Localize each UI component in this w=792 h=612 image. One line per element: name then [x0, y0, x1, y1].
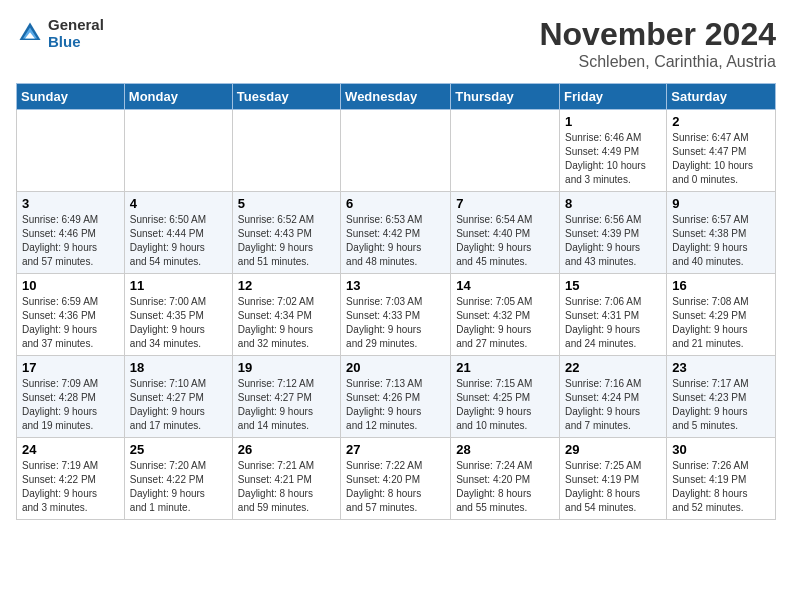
day-info: Sunrise: 7:06 AM Sunset: 4:31 PM Dayligh… [565, 295, 661, 351]
calendar-cell: 14Sunrise: 7:05 AM Sunset: 4:32 PM Dayli… [451, 274, 560, 356]
day-info: Sunrise: 6:53 AM Sunset: 4:42 PM Dayligh… [346, 213, 445, 269]
day-number: 5 [238, 196, 335, 211]
day-number: 11 [130, 278, 227, 293]
day-info: Sunrise: 6:50 AM Sunset: 4:44 PM Dayligh… [130, 213, 227, 269]
calendar-cell: 9Sunrise: 6:57 AM Sunset: 4:38 PM Daylig… [667, 192, 776, 274]
day-info: Sunrise: 7:16 AM Sunset: 4:24 PM Dayligh… [565, 377, 661, 433]
calendar-cell: 24Sunrise: 7:19 AM Sunset: 4:22 PM Dayli… [17, 438, 125, 520]
calendar-cell: 20Sunrise: 7:13 AM Sunset: 4:26 PM Dayli… [341, 356, 451, 438]
day-number: 18 [130, 360, 227, 375]
logo-text: General Blue [48, 16, 104, 50]
calendar-cell: 28Sunrise: 7:24 AM Sunset: 4:20 PM Dayli… [451, 438, 560, 520]
weekday-header: Thursday [451, 84, 560, 110]
calendar-cell [17, 110, 125, 192]
weekday-header-row: SundayMondayTuesdayWednesdayThursdayFrid… [17, 84, 776, 110]
calendar-cell [124, 110, 232, 192]
day-info: Sunrise: 7:05 AM Sunset: 4:32 PM Dayligh… [456, 295, 554, 351]
weekday-header: Wednesday [341, 84, 451, 110]
calendar-week-row: 24Sunrise: 7:19 AM Sunset: 4:22 PM Dayli… [17, 438, 776, 520]
calendar-cell: 21Sunrise: 7:15 AM Sunset: 4:25 PM Dayli… [451, 356, 560, 438]
calendar-cell: 4Sunrise: 6:50 AM Sunset: 4:44 PM Daylig… [124, 192, 232, 274]
day-number: 27 [346, 442, 445, 457]
calendar-cell: 16Sunrise: 7:08 AM Sunset: 4:29 PM Dayli… [667, 274, 776, 356]
day-number: 8 [565, 196, 661, 211]
day-number: 7 [456, 196, 554, 211]
day-info: Sunrise: 6:59 AM Sunset: 4:36 PM Dayligh… [22, 295, 119, 351]
day-number: 24 [22, 442, 119, 457]
calendar-cell: 22Sunrise: 7:16 AM Sunset: 4:24 PM Dayli… [560, 356, 667, 438]
location: Schleben, Carinthia, Austria [539, 53, 776, 71]
calendar-cell: 18Sunrise: 7:10 AM Sunset: 4:27 PM Dayli… [124, 356, 232, 438]
day-number: 25 [130, 442, 227, 457]
calendar-cell: 10Sunrise: 6:59 AM Sunset: 4:36 PM Dayli… [17, 274, 125, 356]
day-info: Sunrise: 7:21 AM Sunset: 4:21 PM Dayligh… [238, 459, 335, 515]
day-number: 3 [22, 196, 119, 211]
day-info: Sunrise: 7:25 AM Sunset: 4:19 PM Dayligh… [565, 459, 661, 515]
day-info: Sunrise: 7:15 AM Sunset: 4:25 PM Dayligh… [456, 377, 554, 433]
day-number: 22 [565, 360, 661, 375]
calendar-cell: 17Sunrise: 7:09 AM Sunset: 4:28 PM Dayli… [17, 356, 125, 438]
day-number: 1 [565, 114, 661, 129]
calendar-week-row: 10Sunrise: 6:59 AM Sunset: 4:36 PM Dayli… [17, 274, 776, 356]
calendar-cell: 15Sunrise: 7:06 AM Sunset: 4:31 PM Dayli… [560, 274, 667, 356]
day-info: Sunrise: 7:12 AM Sunset: 4:27 PM Dayligh… [238, 377, 335, 433]
weekday-header: Monday [124, 84, 232, 110]
day-info: Sunrise: 7:26 AM Sunset: 4:19 PM Dayligh… [672, 459, 770, 515]
calendar-cell: 1Sunrise: 6:46 AM Sunset: 4:49 PM Daylig… [560, 110, 667, 192]
calendar-cell: 12Sunrise: 7:02 AM Sunset: 4:34 PM Dayli… [232, 274, 340, 356]
day-info: Sunrise: 7:22 AM Sunset: 4:20 PM Dayligh… [346, 459, 445, 515]
day-info: Sunrise: 7:09 AM Sunset: 4:28 PM Dayligh… [22, 377, 119, 433]
day-number: 12 [238, 278, 335, 293]
day-number: 23 [672, 360, 770, 375]
day-info: Sunrise: 6:57 AM Sunset: 4:38 PM Dayligh… [672, 213, 770, 269]
day-info: Sunrise: 7:19 AM Sunset: 4:22 PM Dayligh… [22, 459, 119, 515]
calendar-cell: 25Sunrise: 7:20 AM Sunset: 4:22 PM Dayli… [124, 438, 232, 520]
calendar-week-row: 1Sunrise: 6:46 AM Sunset: 4:49 PM Daylig… [17, 110, 776, 192]
day-number: 14 [456, 278, 554, 293]
calendar-cell: 13Sunrise: 7:03 AM Sunset: 4:33 PM Dayli… [341, 274, 451, 356]
day-number: 30 [672, 442, 770, 457]
day-number: 17 [22, 360, 119, 375]
weekday-header: Saturday [667, 84, 776, 110]
day-number: 21 [456, 360, 554, 375]
calendar-cell: 3Sunrise: 6:49 AM Sunset: 4:46 PM Daylig… [17, 192, 125, 274]
day-number: 16 [672, 278, 770, 293]
day-info: Sunrise: 7:10 AM Sunset: 4:27 PM Dayligh… [130, 377, 227, 433]
weekday-header: Sunday [17, 84, 125, 110]
calendar-cell: 19Sunrise: 7:12 AM Sunset: 4:27 PM Dayli… [232, 356, 340, 438]
calendar-cell: 27Sunrise: 7:22 AM Sunset: 4:20 PM Dayli… [341, 438, 451, 520]
calendar-cell: 30Sunrise: 7:26 AM Sunset: 4:19 PM Dayli… [667, 438, 776, 520]
day-number: 6 [346, 196, 445, 211]
day-info: Sunrise: 6:56 AM Sunset: 4:39 PM Dayligh… [565, 213, 661, 269]
calendar-cell: 7Sunrise: 6:54 AM Sunset: 4:40 PM Daylig… [451, 192, 560, 274]
page-header: General Blue November 2024 Schleben, Car… [16, 16, 776, 71]
calendar-table: SundayMondayTuesdayWednesdayThursdayFrid… [16, 83, 776, 520]
logo-blue: Blue [48, 33, 104, 50]
calendar-cell: 8Sunrise: 6:56 AM Sunset: 4:39 PM Daylig… [560, 192, 667, 274]
day-info: Sunrise: 7:03 AM Sunset: 4:33 PM Dayligh… [346, 295, 445, 351]
day-info: Sunrise: 7:00 AM Sunset: 4:35 PM Dayligh… [130, 295, 227, 351]
calendar-cell: 11Sunrise: 7:00 AM Sunset: 4:35 PM Dayli… [124, 274, 232, 356]
day-number: 15 [565, 278, 661, 293]
logo-general: General [48, 16, 104, 33]
day-number: 9 [672, 196, 770, 211]
calendar-week-row: 17Sunrise: 7:09 AM Sunset: 4:28 PM Dayli… [17, 356, 776, 438]
day-number: 13 [346, 278, 445, 293]
day-info: Sunrise: 6:46 AM Sunset: 4:49 PM Dayligh… [565, 131, 661, 187]
weekday-header: Tuesday [232, 84, 340, 110]
month-title: November 2024 [539, 16, 776, 53]
title-block: November 2024 Schleben, Carinthia, Austr… [539, 16, 776, 71]
calendar-cell [341, 110, 451, 192]
calendar-week-row: 3Sunrise: 6:49 AM Sunset: 4:46 PM Daylig… [17, 192, 776, 274]
day-info: Sunrise: 7:13 AM Sunset: 4:26 PM Dayligh… [346, 377, 445, 433]
day-info: Sunrise: 7:17 AM Sunset: 4:23 PM Dayligh… [672, 377, 770, 433]
day-info: Sunrise: 6:49 AM Sunset: 4:46 PM Dayligh… [22, 213, 119, 269]
calendar-cell: 29Sunrise: 7:25 AM Sunset: 4:19 PM Dayli… [560, 438, 667, 520]
calendar-cell [451, 110, 560, 192]
day-info: Sunrise: 7:08 AM Sunset: 4:29 PM Dayligh… [672, 295, 770, 351]
day-info: Sunrise: 7:24 AM Sunset: 4:20 PM Dayligh… [456, 459, 554, 515]
day-number: 4 [130, 196, 227, 211]
day-info: Sunrise: 6:47 AM Sunset: 4:47 PM Dayligh… [672, 131, 770, 187]
calendar-cell: 23Sunrise: 7:17 AM Sunset: 4:23 PM Dayli… [667, 356, 776, 438]
weekday-header: Friday [560, 84, 667, 110]
